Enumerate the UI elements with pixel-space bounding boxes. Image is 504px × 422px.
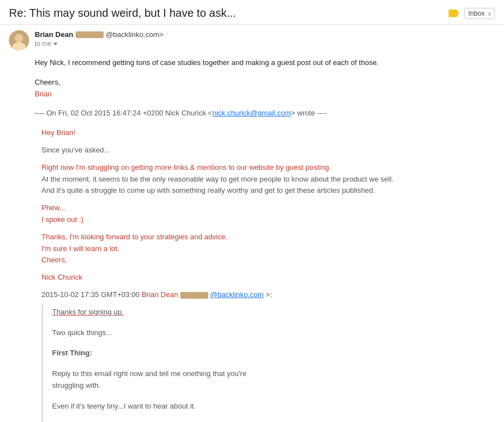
nested-brian-name: Brian Dean [142,290,178,299]
sender-name: Brian Dean [35,30,73,39]
hey-brian-text: Hey Brian! [41,128,76,137]
nested-email-redacted [180,292,208,299]
thanks1-text: Thanks, I'm looking forward to your stra… [41,233,227,241]
nested-para3: Not struggling with anything in particul… [52,419,495,422]
divider-text: ---- On Fri, 02 Oct 2015 16:47:24 +0200 … [35,109,212,117]
thanks-signup-text: Thanks for signing up. [52,308,124,316]
email-container: Re: This may sound weird, but I have to … [0,0,504,422]
para1b-text: struggling with. [52,381,101,389]
nested-quote: Thanks for signing up. Two quick things.… [41,304,495,422]
nested-line2: Two quick things... [52,325,495,341]
first-thing-label: First Thing: [52,349,92,357]
sender-name-line: Brian Dean @backlinko.com> [35,30,495,39]
nested-email-link[interactable]: @backlinko.com [210,290,264,299]
dropdown-arrow-icon[interactable] [53,43,58,45]
para1-text: Reply to this email right now and tell m… [52,369,246,378]
nested-suffix: >: [265,290,272,299]
sender-email-redacted [76,31,104,38]
inbox-label: Inbox [468,10,484,17]
nested-quote-header: 2015-10-02 17:35 GMT+03:00 Brian Dean @b… [41,289,495,301]
brian-signature: Brian [35,89,495,100]
email-body: Hey Nick, I recommend getting tons of ca… [0,55,504,422]
quoted-cheers: Cheers, [41,256,67,264]
label-tag-icon [449,10,459,17]
nested-para1: Reply to this email right now and tell m… [52,366,495,394]
quoted-phew: Phew... I spoke out :) [41,202,495,226]
struggle-p3: And it's quite a struggle to come up wit… [41,186,375,194]
email-subject: Re: This may sound weird, but I have to … [9,7,441,20]
thanks2-text: I'm sure I will learn a lot. [41,244,119,253]
email-header: Re: This may sound weird, but I have to … [0,0,504,25]
sender-section: Brian Dean @backlinko.com> to me [0,25,504,55]
cheers-section: Cheers, Brian [35,77,495,100]
to-me-line: to me [35,40,495,48]
reply-text: Hey Nick, I recommend getting tons of ca… [35,57,495,69]
phew-text: Phew... [41,203,66,212]
svg-point-3 [16,35,22,41]
nested-first-thing: First Thing: [52,345,495,361]
sender-info: Brian Dean @backlinko.com> to me [35,30,495,48]
sender-email-domain: @backlinko.com> [106,30,164,39]
struggle-p2: At the moment, it seems to be the only r… [41,175,394,183]
quoted-email: Hey Brian! Since you've asked... Right n… [35,127,495,422]
spoke-text: I spoke out :) [41,215,83,224]
nested-line1: Thanks for signing up. [52,304,495,321]
to-me-text: to me [35,40,52,48]
cheers-text: Cheers, [35,77,495,89]
quoted-struggle: Right now I'm struggling on getting more… [41,162,495,197]
struggle-p1: Right now I'm struggling on getting more… [41,163,331,171]
quoted-since: Since you've asked... [41,145,495,156]
inbox-badge: Inbox x [464,8,495,19]
nick-name: Nick Churick [41,272,495,284]
divider-text2: > wrote ---- [291,109,327,117]
avatar [9,30,29,50]
quoted-thanks: Thanks, I'm looking forward to your stra… [41,231,495,266]
close-icon[interactable]: x [488,10,492,17]
divider-line: ---- On Fri, 02 Oct 2015 16:47:24 +0200 … [35,108,495,119]
nested-para2: Even if it's teeny tiny...I want to hear… [52,398,495,415]
quoted-hey: Hey Brian! [41,127,495,139]
nick-email-link[interactable]: nick.churick@gmail.com [212,109,291,117]
nested-date: 2015-10-02 17:35 GMT+03:00 [41,290,139,299]
